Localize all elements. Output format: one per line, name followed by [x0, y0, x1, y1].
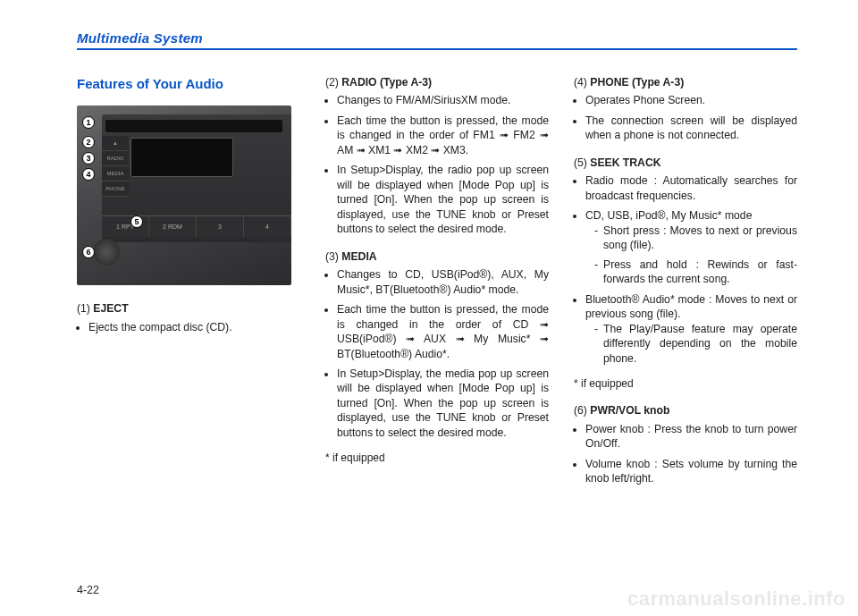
preset-2: 2 RDM	[149, 215, 197, 237]
item-3-head: (3) MEDIA	[325, 249, 549, 264]
column-3: (4) PHONE (Type A-3) Operates Phone Scre…	[574, 75, 797, 576]
item-3-name: MEDIA	[341, 250, 376, 263]
display-screen	[130, 138, 233, 177]
item-4-b1: Operates Phone Screen.	[585, 93, 797, 107]
item-1: (1) EJECT Ejects the compact disc (CD).	[77, 301, 300, 334]
callout-4: 4	[82, 168, 95, 181]
item-6-b2: Volume knob : Sets volume by turning the…	[585, 457, 797, 486]
item-4-bullets: Operates Phone Screen. The connection sc…	[574, 93, 797, 142]
item-1-b1: Ejects the compact disc (CD).	[88, 320, 300, 334]
preset-3: 3	[197, 215, 244, 237]
item-5-note: * if equipped	[574, 376, 797, 391]
item-5-sub1-a: Short press : Moves to next or previous …	[594, 224, 797, 253]
header-rule	[77, 48, 797, 50]
item-6: (6) PWR/VOL knob Power knob : Press the …	[574, 403, 797, 485]
side-btn-media: MEDIA	[102, 166, 129, 181]
item-5-head: (5) SEEK TRACK	[574, 156, 797, 170]
content-columns: Features of Your Audio ▲ RADIO MEDIA PHO…	[77, 75, 797, 576]
column-2: (2) RADIO (Type A-3) Changes to FM/AM/Si…	[325, 75, 549, 576]
item-5-sub1: Short press : Moves to next or previous …	[585, 224, 797, 287]
chapter-title: Multimedia System	[77, 30, 203, 46]
item-5-b2: CD, USB, iPod®, My Music* mode Short pre…	[585, 208, 797, 286]
item-2: (2) RADIO (Type A-3) Changes to FM/AM/Si…	[325, 75, 549, 237]
watermark: carmanualsonline.info	[627, 587, 845, 611]
item-2-b1: Changes to FM/AM/SiriusXM mode.	[337, 93, 549, 107]
item-6-bullets: Power knob : Press the knob to turn powe…	[574, 422, 797, 486]
item-1-name: EJECT	[93, 302, 128, 315]
item-5-b3: Bluetooth® Audio* mode : Moves to next o…	[585, 292, 797, 366]
chapter-header: Multimedia System	[77, 30, 797, 54]
audio-unit-photo: ▲ RADIO MEDIA PHONE 1 RPT 2 RDM 3 4 1 2 …	[77, 105, 291, 285]
cd-slot	[105, 120, 282, 132]
section-title: Features of Your Audio	[77, 75, 300, 93]
item-2-b2: Each time the button is pressed, the mod…	[337, 114, 549, 157]
item-6-head: (6) PWR/VOL knob	[574, 403, 797, 418]
column-1: Features of Your Audio ▲ RADIO MEDIA PHO…	[77, 75, 300, 576]
item-5-name: SEEK TRACK	[590, 156, 660, 169]
item-5-sub2: The Play/Pause feature may operate diffe…	[585, 322, 797, 366]
item-5-bullets: Radio mode : Automatically searches for …	[574, 173, 797, 366]
side-btn-eject: ▲	[102, 136, 129, 151]
item-6-b1: Power knob : Press the knob to turn powe…	[585, 422, 797, 451]
callout-1: 1	[82, 116, 95, 129]
item-5-b1: Radio mode : Automatically searches for …	[585, 173, 797, 203]
side-buttons: ▲ RADIO MEDIA PHONE	[102, 136, 129, 197]
item-6-num: (6)	[574, 404, 587, 417]
side-btn-phone: PHONE	[102, 181, 129, 197]
volume-knob	[93, 239, 120, 266]
item-2-bullets: Changes to FM/AM/SiriusXM mode. Each tim…	[325, 93, 549, 236]
item-5-num: (5)	[574, 156, 587, 169]
item-2-name: RADIO (Type A-3)	[341, 76, 432, 89]
item-5: (5) SEEK TRACK Radio mode : Automaticall…	[574, 156, 797, 391]
item-3-b1: Changes to CD, USB(iPod®), AUX, My Music…	[337, 267, 549, 297]
preset-4: 4	[244, 215, 291, 237]
side-btn-radio: RADIO	[102, 151, 129, 166]
item-1-bullets: Ejects the compact disc (CD).	[77, 320, 300, 334]
callout-2: 2	[82, 136, 95, 148]
item-2-head: (2) RADIO (Type A-3)	[325, 75, 549, 89]
item-1-head: (1) EJECT	[77, 301, 300, 316]
item-4: (4) PHONE (Type A-3) Operates Phone Scre…	[574, 75, 797, 143]
item-3-b2: Each time the button is pressed, the mod…	[337, 302, 549, 361]
manual-page: Multimedia System Features of Your Audio…	[0, 0, 858, 616]
item-2-num: (2)	[325, 76, 339, 89]
item-3-b3: In Setup>Display, the media pop up scree…	[337, 367, 549, 440]
item-5-sub1-b: Press and hold : Rewinds or fast-forward…	[594, 257, 797, 287]
item-4-num: (4)	[574, 76, 587, 89]
item-4-head: (4) PHONE (Type A-3)	[574, 75, 797, 89]
item-4-b2: The connection screen will be displayed …	[585, 114, 797, 143]
callout-3: 3	[82, 152, 95, 165]
item-1-num: (1)	[77, 302, 90, 315]
item-3: (3) MEDIA Changes to CD, USB(iPod®), AUX…	[325, 249, 549, 466]
page-number: 4-22	[77, 584, 99, 596]
callout-6: 6	[82, 246, 95, 258]
item-3-num: (3)	[325, 250, 339, 263]
item-2-b3: In Setup>Display, the radio pop up scree…	[337, 163, 549, 236]
item-4-name: PHONE (Type A-3)	[590, 76, 684, 89]
item-5-sub2-a: The Play/Pause feature may operate diffe…	[594, 322, 797, 366]
item-3-bullets: Changes to CD, USB(iPod®), AUX, My Music…	[325, 267, 549, 440]
item-3-note: * if equipped	[325, 451, 549, 465]
item-6-name: PWR/VOL knob	[590, 404, 669, 417]
